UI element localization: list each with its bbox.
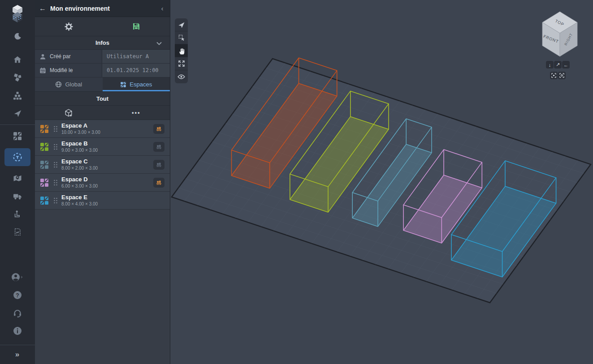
svg-text:?: ? <box>16 292 19 299</box>
espace-row-b[interactable]: Espace B9.00 × 3.00 × 3.00 <box>35 138 170 156</box>
pallet-icon <box>156 144 162 150</box>
objects-cubes-icon <box>13 73 22 82</box>
infos-title: Infos <box>48 39 156 46</box>
frame-selection-button[interactable] <box>550 72 558 79</box>
truck-icon <box>13 191 22 201</box>
moon-icon <box>13 32 22 41</box>
seated-person-icon <box>13 210 22 218</box>
infos-section-header[interactable]: Infos <box>35 36 170 50</box>
map-icon <box>13 173 22 183</box>
espace-dimensions: 8.00 × 2.00 × 3.00 <box>61 166 153 171</box>
box-select-tool-button[interactable] <box>175 31 188 44</box>
tab-global[interactable]: Global <box>35 77 103 91</box>
drag-handle-icon[interactable] <box>53 180 58 186</box>
list-toolbar: ••• <box>35 106 170 120</box>
espace-row-d[interactable]: Espace D6.00 × 3.00 × 3.00 <box>35 174 170 192</box>
sidebar-item-navigate[interactable] <box>4 107 30 119</box>
sidebar-item-spaces[interactable] <box>4 130 30 142</box>
zoom-fit-icon <box>178 60 185 67</box>
filter-label: Tout <box>96 95 108 102</box>
tab-global-label: Global <box>65 81 82 88</box>
tab-espaces[interactable]: Espaces <box>103 77 170 91</box>
panel-empty-area <box>35 210 170 364</box>
3d-viewport[interactable]: TOP FRONT RIGHT ↓ ↗ ← <box>170 0 593 364</box>
modified-on-label: Modifié le <box>50 67 73 73</box>
environment-panel: ← Mon environnement ‹ <box>35 0 170 364</box>
pallet-action-button[interactable] <box>153 142 164 152</box>
save-button[interactable] <box>103 17 170 36</box>
zoom-fit-tool-button[interactable] <box>175 57 188 70</box>
espace-name: Espace B <box>61 141 153 147</box>
espace-color-icon <box>39 178 49 188</box>
calendar-icon <box>39 67 46 74</box>
account-expand-arrow-icon <box>21 276 23 278</box>
sidebar-item-about[interactable] <box>4 325 30 337</box>
3d-canvas[interactable] <box>170 0 593 364</box>
rotate-left-button[interactable]: ← <box>562 61 570 69</box>
tab-espaces-label: Espaces <box>130 81 152 88</box>
arrow-up-right-icon: ↗ <box>556 62 560 68</box>
settings-button[interactable] <box>35 17 103 36</box>
pan-hand-icon <box>178 47 185 55</box>
sidebar-item-help[interactable]: ? <box>4 289 30 301</box>
rotate-diagonal-button[interactable]: ↗ <box>554 61 562 69</box>
navigate-arrow-icon <box>177 21 185 29</box>
sidebar-item-home[interactable] <box>4 54 30 65</box>
drag-handle-icon[interactable] <box>53 162 58 168</box>
drag-handle-icon[interactable] <box>53 126 58 132</box>
sidebar-item-hierarchy[interactable] <box>4 90 30 101</box>
rotate-down-button[interactable]: ↓ <box>546 61 554 69</box>
arrow-left-icon: ← <box>563 62 568 68</box>
sidebar-item-report[interactable] <box>4 226 30 238</box>
environment-focus-icon <box>12 152 23 163</box>
arrow-left-icon: ← <box>39 4 46 12</box>
pallet-action-button[interactable] <box>153 124 164 134</box>
sidebar-item-transport[interactable] <box>4 190 30 202</box>
navigate-tool-button[interactable] <box>175 18 188 31</box>
frame-all-button[interactable] <box>558 72 566 79</box>
drag-handle-icon[interactable] <box>53 144 58 150</box>
pallet-action-button[interactable] <box>153 160 164 170</box>
sidebar-item-map[interactable] <box>4 172 30 184</box>
save-icon <box>132 22 140 30</box>
pallet-action-button[interactable] <box>153 178 164 188</box>
sidebar-item-support[interactable] <box>4 307 30 319</box>
modified-on-value[interactable]: 01.01.2025 12:00 <box>102 64 170 77</box>
espace-name: Espace A <box>61 123 153 129</box>
espace-dimensions: 9.00 × 3.00 × 3.00 <box>61 148 153 153</box>
home-icon <box>13 55 22 64</box>
panel-tabs: Global Espaces <box>35 77 170 92</box>
espace-row-a[interactable]: Espace A10.00 × 3.00 × 3.00 <box>35 120 170 138</box>
frame-all-icon <box>559 73 564 78</box>
panel-actions <box>35 17 170 36</box>
drag-handle-icon[interactable] <box>53 197 58 204</box>
espace-row-c[interactable]: Espace C8.00 × 2.00 × 3.00 <box>35 156 170 174</box>
report-icon <box>13 227 22 236</box>
arrow-down-icon: ↓ <box>549 62 551 68</box>
espace-row-e[interactable]: Espace E8.00 × 4.00 × 3.00 <box>35 192 170 210</box>
filter-selector[interactable]: Tout <box>35 92 170 106</box>
view-cube[interactable]: TOP FRONT RIGHT <box>541 11 578 57</box>
headset-icon <box>13 308 22 318</box>
main-sidebar: ? » <box>0 0 35 364</box>
collapse-chevrons-icon: » <box>15 350 20 359</box>
sidebar-collapse-button[interactable]: » <box>4 345 30 364</box>
panel-collapse-button[interactable]: ‹ <box>155 4 170 12</box>
visibility-tool-button[interactable] <box>175 70 188 83</box>
espace-dimensions: 10.00 × 3.00 × 3.00 <box>61 130 153 135</box>
help-icon: ? <box>13 290 22 300</box>
modified-on-row: Modifié le 01.01.2025 12:00 <box>35 64 170 77</box>
espace-color-icon <box>39 142 49 152</box>
sidebar-item-environment-active[interactable] <box>4 148 30 166</box>
pan-tool-button[interactable] <box>175 44 188 57</box>
sidebar-item-account[interactable] <box>4 271 30 283</box>
sidebar-item-objects[interactable] <box>4 72 30 83</box>
app-logo-cubes-icon[interactable] <box>4 4 30 24</box>
created-by-value[interactable]: Utilisateur A <box>102 50 170 63</box>
viewport-toolbar <box>175 18 188 83</box>
theme-toggle-button[interactable] <box>4 30 30 42</box>
sidebar-item-operator[interactable] <box>4 208 30 220</box>
back-button[interactable]: ← <box>35 4 50 13</box>
more-options-button[interactable]: ••• <box>103 106 170 120</box>
add-space-button[interactable] <box>35 106 103 120</box>
